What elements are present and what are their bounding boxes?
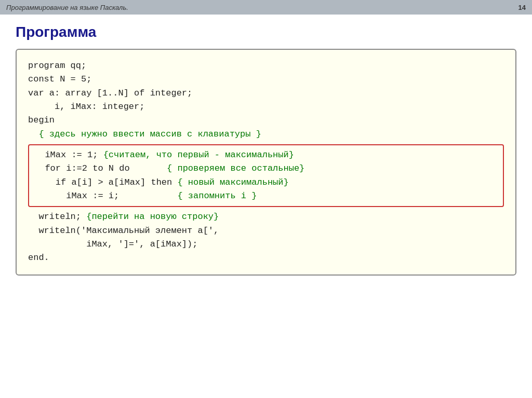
code-line-var-array: var a: array [1..N] of integer; xyxy=(28,87,504,100)
code-line-end: end. xyxy=(28,251,504,265)
comment-input: { здесь нужно ввести массив с клавиатуры… xyxy=(38,129,261,139)
slide-number: 14 xyxy=(518,4,526,11)
code-line-writeln-max2: iMax, ']=', a[iMax]); xyxy=(28,238,504,251)
code-line-begin: begin xyxy=(28,114,504,127)
code-line-writeln: writeln; {перейти на новую строку} xyxy=(28,210,504,224)
code-line-program: program qq; xyxy=(28,59,504,73)
inner-red-box: iMax := 1; {считаем, что первый - максим… xyxy=(28,144,504,207)
code-line-var-i: i, iMax: integer; xyxy=(28,100,504,114)
inner-line-if: if a[i] > a[iMax] then { новый максималь… xyxy=(34,176,498,189)
top-bar-title: Программирование на языке Паскаль. xyxy=(6,4,128,11)
comment-for: { проверяем все остальные} xyxy=(167,163,304,173)
code-line-writeln-max: writeln('Максимальный элемент a[', xyxy=(28,224,504,238)
slide: Программирование на языке Паскаль. 14 Пр… xyxy=(0,0,532,398)
top-bar: Программирование на языке Паскаль. 14 xyxy=(0,0,532,15)
page-title: Программа xyxy=(16,24,516,40)
slide-content: Программа program qq; const N = 5; var a… xyxy=(0,15,532,286)
comment-imax-assign: { запомнить i } xyxy=(177,191,257,201)
comment-writeln: {перейти на новую строку} xyxy=(86,212,219,222)
code-line-comment-input: { здесь нужно ввести массив с клавиатуры… xyxy=(28,128,504,141)
comment-if: { новый максимальный} xyxy=(177,177,288,187)
inner-line-imax-init: iMax := 1; {считаем, что первый - максим… xyxy=(34,148,498,162)
inner-line-for: for i:=2 to N do { проверяем все остальн… xyxy=(34,162,498,175)
code-line-const: const N = 5; xyxy=(28,73,504,86)
inner-line-imax-assign: iMax := i; { запомнить i } xyxy=(34,189,498,203)
comment-imax-init: {считаем, что первый - максимальный} xyxy=(103,150,294,160)
code-block: program qq; const N = 5; var a: array [1… xyxy=(16,49,516,276)
